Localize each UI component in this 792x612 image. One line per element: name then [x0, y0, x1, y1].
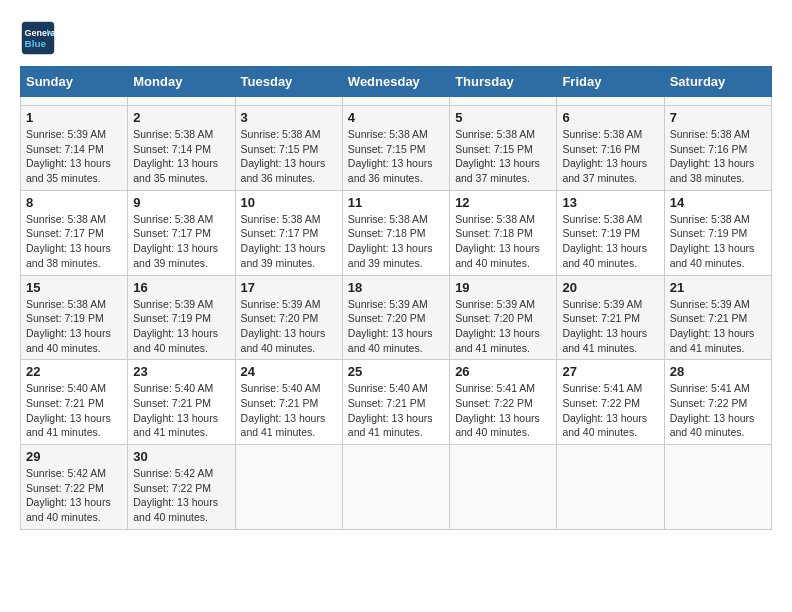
day-number: 17: [241, 280, 337, 295]
calendar-cell: 3Sunrise: 5:38 AMSunset: 7:15 PMDaylight…: [235, 106, 342, 191]
calendar-cell: 16Sunrise: 5:39 AMSunset: 7:19 PMDayligh…: [128, 275, 235, 360]
day-number: 9: [133, 195, 229, 210]
logo: General Blue: [20, 20, 62, 56]
calendar-cell: 14Sunrise: 5:38 AMSunset: 7:19 PMDayligh…: [664, 190, 771, 275]
calendar-cell: 29Sunrise: 5:42 AMSunset: 7:22 PMDayligh…: [21, 445, 128, 530]
calendar-cell: 5Sunrise: 5:38 AMSunset: 7:15 PMDaylight…: [450, 106, 557, 191]
day-info: Sunrise: 5:39 AMSunset: 7:14 PMDaylight:…: [26, 127, 122, 186]
day-info: Sunrise: 5:38 AMSunset: 7:19 PMDaylight:…: [670, 212, 766, 271]
calendar-row-4: 22Sunrise: 5:40 AMSunset: 7:21 PMDayligh…: [21, 360, 772, 445]
day-info: Sunrise: 5:39 AMSunset: 7:19 PMDaylight:…: [133, 297, 229, 356]
day-number: 23: [133, 364, 229, 379]
calendar-row-2: 8Sunrise: 5:38 AMSunset: 7:17 PMDaylight…: [21, 190, 772, 275]
day-number: 6: [562, 110, 658, 125]
calendar-cell: 21Sunrise: 5:39 AMSunset: 7:21 PMDayligh…: [664, 275, 771, 360]
column-header-thursday: Thursday: [450, 67, 557, 97]
column-header-sunday: Sunday: [21, 67, 128, 97]
calendar-table: SundayMondayTuesdayWednesdayThursdayFrid…: [20, 66, 772, 530]
calendar-cell: 7Sunrise: 5:38 AMSunset: 7:16 PMDaylight…: [664, 106, 771, 191]
calendar-row-1: 1Sunrise: 5:39 AMSunset: 7:14 PMDaylight…: [21, 106, 772, 191]
calendar-cell: 25Sunrise: 5:40 AMSunset: 7:21 PMDayligh…: [342, 360, 449, 445]
calendar-cell: [664, 97, 771, 106]
calendar-cell: 17Sunrise: 5:39 AMSunset: 7:20 PMDayligh…: [235, 275, 342, 360]
day-info: Sunrise: 5:40 AMSunset: 7:21 PMDaylight:…: [348, 381, 444, 440]
svg-text:General: General: [25, 28, 57, 38]
calendar-row-0: [21, 97, 772, 106]
column-header-monday: Monday: [128, 67, 235, 97]
day-number: 14: [670, 195, 766, 210]
day-number: 2: [133, 110, 229, 125]
day-info: Sunrise: 5:38 AMSunset: 7:16 PMDaylight:…: [670, 127, 766, 186]
calendar-cell: 6Sunrise: 5:38 AMSunset: 7:16 PMDaylight…: [557, 106, 664, 191]
calendar-cell: 11Sunrise: 5:38 AMSunset: 7:18 PMDayligh…: [342, 190, 449, 275]
day-info: Sunrise: 5:39 AMSunset: 7:21 PMDaylight:…: [670, 297, 766, 356]
day-number: 13: [562, 195, 658, 210]
day-number: 1: [26, 110, 122, 125]
calendar-cell: 15Sunrise: 5:38 AMSunset: 7:19 PMDayligh…: [21, 275, 128, 360]
column-header-friday: Friday: [557, 67, 664, 97]
day-number: 5: [455, 110, 551, 125]
calendar-cell: 2Sunrise: 5:38 AMSunset: 7:14 PMDaylight…: [128, 106, 235, 191]
day-info: Sunrise: 5:38 AMSunset: 7:15 PMDaylight:…: [348, 127, 444, 186]
day-number: 30: [133, 449, 229, 464]
calendar-cell: 24Sunrise: 5:40 AMSunset: 7:21 PMDayligh…: [235, 360, 342, 445]
calendar-cell: [235, 97, 342, 106]
day-info: Sunrise: 5:39 AMSunset: 7:20 PMDaylight:…: [241, 297, 337, 356]
day-info: Sunrise: 5:40 AMSunset: 7:21 PMDaylight:…: [241, 381, 337, 440]
day-info: Sunrise: 5:39 AMSunset: 7:20 PMDaylight:…: [455, 297, 551, 356]
calendar-cell: [235, 445, 342, 530]
calendar-cell: 26Sunrise: 5:41 AMSunset: 7:22 PMDayligh…: [450, 360, 557, 445]
day-number: 25: [348, 364, 444, 379]
day-info: Sunrise: 5:40 AMSunset: 7:21 PMDaylight:…: [133, 381, 229, 440]
day-info: Sunrise: 5:38 AMSunset: 7:17 PMDaylight:…: [241, 212, 337, 271]
day-info: Sunrise: 5:41 AMSunset: 7:22 PMDaylight:…: [455, 381, 551, 440]
calendar-cell: 28Sunrise: 5:41 AMSunset: 7:22 PMDayligh…: [664, 360, 771, 445]
day-number: 28: [670, 364, 766, 379]
calendar-cell: [128, 97, 235, 106]
column-header-saturday: Saturday: [664, 67, 771, 97]
calendar-cell: [557, 97, 664, 106]
day-number: 24: [241, 364, 337, 379]
day-info: Sunrise: 5:38 AMSunset: 7:16 PMDaylight:…: [562, 127, 658, 186]
calendar-cell: [557, 445, 664, 530]
calendar-cell: 23Sunrise: 5:40 AMSunset: 7:21 PMDayligh…: [128, 360, 235, 445]
day-info: Sunrise: 5:38 AMSunset: 7:19 PMDaylight:…: [26, 297, 122, 356]
calendar-cell: [664, 445, 771, 530]
day-number: 11: [348, 195, 444, 210]
day-info: Sunrise: 5:38 AMSunset: 7:19 PMDaylight:…: [562, 212, 658, 271]
day-info: Sunrise: 5:41 AMSunset: 7:22 PMDaylight:…: [670, 381, 766, 440]
calendar-cell: 8Sunrise: 5:38 AMSunset: 7:17 PMDaylight…: [21, 190, 128, 275]
day-number: 8: [26, 195, 122, 210]
day-number: 4: [348, 110, 444, 125]
day-info: Sunrise: 5:38 AMSunset: 7:17 PMDaylight:…: [26, 212, 122, 271]
svg-text:Blue: Blue: [25, 38, 47, 49]
calendar-row-3: 15Sunrise: 5:38 AMSunset: 7:19 PMDayligh…: [21, 275, 772, 360]
day-info: Sunrise: 5:42 AMSunset: 7:22 PMDaylight:…: [26, 466, 122, 525]
calendar-cell: 20Sunrise: 5:39 AMSunset: 7:21 PMDayligh…: [557, 275, 664, 360]
logo-icon: General Blue: [20, 20, 56, 56]
day-number: 22: [26, 364, 122, 379]
calendar-cell: 4Sunrise: 5:38 AMSunset: 7:15 PMDaylight…: [342, 106, 449, 191]
calendar-cell: 22Sunrise: 5:40 AMSunset: 7:21 PMDayligh…: [21, 360, 128, 445]
calendar-cell: [450, 445, 557, 530]
day-number: 26: [455, 364, 551, 379]
day-info: Sunrise: 5:38 AMSunset: 7:15 PMDaylight:…: [455, 127, 551, 186]
day-number: 27: [562, 364, 658, 379]
calendar-cell: [21, 97, 128, 106]
day-number: 7: [670, 110, 766, 125]
day-info: Sunrise: 5:39 AMSunset: 7:21 PMDaylight:…: [562, 297, 658, 356]
day-info: Sunrise: 5:38 AMSunset: 7:15 PMDaylight:…: [241, 127, 337, 186]
day-info: Sunrise: 5:41 AMSunset: 7:22 PMDaylight:…: [562, 381, 658, 440]
column-header-wednesday: Wednesday: [342, 67, 449, 97]
calendar-cell: 13Sunrise: 5:38 AMSunset: 7:19 PMDayligh…: [557, 190, 664, 275]
day-info: Sunrise: 5:38 AMSunset: 7:18 PMDaylight:…: [455, 212, 551, 271]
day-number: 18: [348, 280, 444, 295]
page-header: General Blue: [20, 20, 772, 56]
calendar-cell: 10Sunrise: 5:38 AMSunset: 7:17 PMDayligh…: [235, 190, 342, 275]
calendar-cell: [450, 97, 557, 106]
calendar-cell: [342, 445, 449, 530]
day-number: 19: [455, 280, 551, 295]
column-header-tuesday: Tuesday: [235, 67, 342, 97]
calendar-cell: 18Sunrise: 5:39 AMSunset: 7:20 PMDayligh…: [342, 275, 449, 360]
calendar-header-row: SundayMondayTuesdayWednesdayThursdayFrid…: [21, 67, 772, 97]
